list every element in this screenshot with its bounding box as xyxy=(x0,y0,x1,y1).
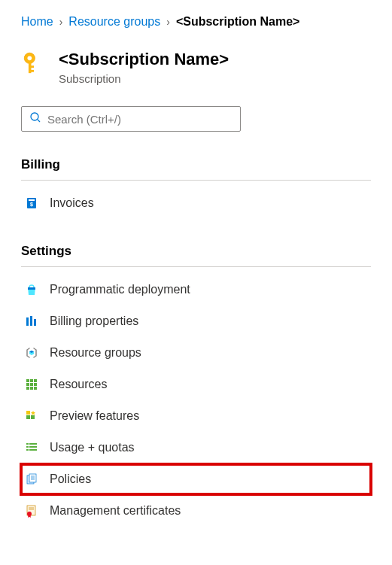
page-header: <Subscription Name> Subscription xyxy=(21,50,371,85)
svg-rect-3 xyxy=(31,65,34,68)
svg-rect-32 xyxy=(26,449,29,451)
svg-rect-10 xyxy=(28,287,35,290)
nav-item-resources[interactable]: Resources xyxy=(21,369,371,399)
nav-label: Billing properties xyxy=(50,314,138,328)
nav-label: Programmatic deployment xyxy=(50,283,190,296)
nav-label: Policies xyxy=(50,472,91,486)
key-icon xyxy=(21,50,47,78)
section-settings: Settings Programmatic deployment Billing… xyxy=(21,244,371,526)
list-icon xyxy=(24,440,39,455)
page-title: <Subscription Name> xyxy=(59,50,229,69)
svg-rect-22 xyxy=(26,387,29,390)
svg-rect-30 xyxy=(26,446,29,448)
chevron-right-icon: › xyxy=(166,16,170,28)
svg-rect-17 xyxy=(30,379,33,382)
policies-icon xyxy=(24,472,39,487)
svg-rect-4 xyxy=(31,70,34,72)
search-box[interactable] xyxy=(21,106,241,132)
bars-icon xyxy=(24,314,39,329)
svg-rect-21 xyxy=(34,383,37,386)
svg-rect-31 xyxy=(29,446,37,448)
svg-rect-12 xyxy=(30,316,32,326)
svg-text:$: $ xyxy=(30,202,33,208)
invoice-icon: $ xyxy=(24,196,39,211)
svg-point-5 xyxy=(31,113,38,120)
svg-rect-13 xyxy=(34,319,36,326)
certificate-icon xyxy=(24,503,39,518)
nav-label: Preview features xyxy=(50,409,139,423)
nav-item-invoices[interactable]: $ Invoices xyxy=(21,188,371,218)
svg-rect-23 xyxy=(30,387,33,390)
svg-rect-19 xyxy=(26,383,29,386)
svg-rect-8 xyxy=(29,199,35,201)
svg-rect-33 xyxy=(29,449,37,451)
grid-icon xyxy=(24,377,39,392)
bag-icon xyxy=(24,282,39,297)
nav-label: Invoices xyxy=(50,196,94,210)
svg-rect-16 xyxy=(26,379,29,382)
section-title-settings: Settings xyxy=(21,244,371,267)
page-subtitle: Subscription xyxy=(59,72,229,85)
nav-item-programmatic-deployment[interactable]: Programmatic deployment xyxy=(21,275,371,305)
svg-rect-26 xyxy=(31,415,35,419)
svg-rect-24 xyxy=(34,387,37,390)
svg-rect-20 xyxy=(30,383,33,386)
search-icon xyxy=(29,111,47,126)
section-billing: Billing $ Invoices xyxy=(21,157,371,218)
breadcrumb-resource-groups[interactable]: Resource groups xyxy=(68,15,160,29)
preview-icon xyxy=(24,409,39,424)
nav-label: Management certificates xyxy=(50,504,181,518)
svg-point-1 xyxy=(28,56,32,61)
search-input[interactable] xyxy=(47,113,232,126)
svg-rect-29 xyxy=(29,443,37,445)
breadcrumb-current: <Subscription Name> xyxy=(176,15,300,29)
nav-item-billing-properties[interactable]: Billing properties xyxy=(21,306,371,336)
nav-item-preview-features[interactable]: Preview features xyxy=(21,401,371,431)
svg-rect-35 xyxy=(29,474,36,482)
nav-item-resource-groups[interactable]: Resource groups xyxy=(21,338,371,368)
breadcrumb: Home › Resource groups › <Subscription N… xyxy=(21,15,371,29)
svg-rect-25 xyxy=(26,415,30,419)
nav-label: Resources xyxy=(50,378,107,391)
nav-label: Resource groups xyxy=(50,346,141,360)
svg-rect-11 xyxy=(26,317,29,326)
svg-rect-27 xyxy=(26,411,30,415)
nav-label: Usage + quotas xyxy=(50,441,135,454)
section-title-billing: Billing xyxy=(21,157,371,181)
nav-item-policies[interactable]: Policies xyxy=(21,464,371,494)
svg-rect-28 xyxy=(26,443,29,445)
nav-item-management-certificates[interactable]: Management certificates xyxy=(21,496,371,526)
chevron-right-icon: › xyxy=(59,16,63,28)
nav-item-usage-quotas[interactable]: Usage + quotas xyxy=(21,433,371,463)
breadcrumb-home[interactable]: Home xyxy=(21,15,53,29)
svg-line-6 xyxy=(38,120,40,122)
resource-group-icon xyxy=(24,345,39,360)
svg-rect-18 xyxy=(34,379,37,382)
